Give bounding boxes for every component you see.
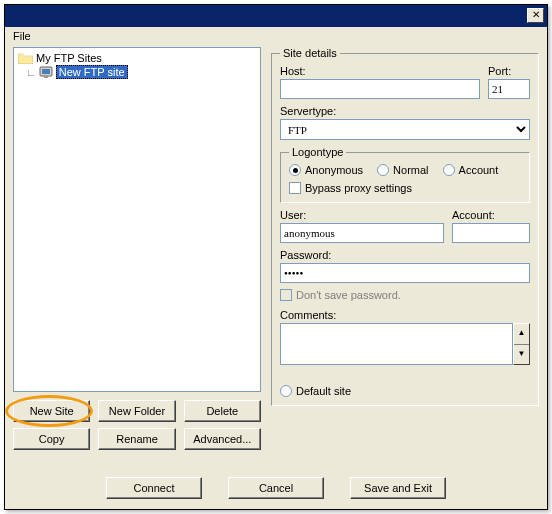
radio-anonymous[interactable]: Anonymous: [289, 164, 363, 176]
radio-dot-icon: [289, 164, 301, 176]
delete-button[interactable]: Delete: [184, 400, 261, 422]
site-icon: [39, 66, 53, 79]
titlebar: ✕: [5, 5, 547, 27]
bypass-proxy-checkbox[interactable]: Bypass proxy settings: [289, 182, 521, 194]
port-input[interactable]: [488, 79, 530, 99]
radio-normal-label: Normal: [393, 164, 428, 176]
radio-dot-icon: [443, 164, 455, 176]
checkbox-icon: [289, 182, 301, 194]
radio-anonymous-label: Anonymous: [305, 164, 363, 176]
advanced-button[interactable]: Advanced...: [184, 428, 261, 450]
comments-scrollbar[interactable]: ▲ ▼: [513, 323, 530, 365]
menu-file[interactable]: File: [13, 30, 31, 42]
password-input[interactable]: [280, 263, 530, 283]
logontype-legend: Logontype: [289, 146, 346, 158]
account-input[interactable]: [452, 223, 530, 243]
host-label: Host:: [280, 65, 480, 77]
logontype-group: Logontype Anonymous Normal: [280, 146, 530, 203]
site-details-legend: Site details: [280, 47, 340, 59]
tree-item[interactable]: ∟ New FTP site: [26, 65, 256, 79]
new-folder-button[interactable]: New Folder: [98, 400, 175, 422]
password-label: Password:: [280, 249, 530, 261]
sites-tree[interactable]: My FTP Sites ∟ New FTP site: [13, 47, 261, 392]
host-input[interactable]: [280, 79, 480, 99]
rename-button[interactable]: Rename: [98, 428, 175, 450]
tree-root-label: My FTP Sites: [36, 52, 102, 64]
servertype-select[interactable]: FTP: [280, 119, 530, 140]
folder-icon: [18, 52, 33, 64]
menubar: File: [5, 27, 547, 48]
scroll-down-icon[interactable]: ▼: [514, 345, 529, 365]
radio-dot-icon: [280, 385, 292, 397]
save-and-exit-button[interactable]: Save and Exit: [350, 477, 446, 499]
copy-button[interactable]: Copy: [13, 428, 90, 450]
user-input[interactable]: [280, 223, 444, 243]
connect-button[interactable]: Connect: [106, 477, 202, 499]
default-site-label: Default site: [296, 385, 351, 397]
comments-textarea[interactable]: [280, 323, 513, 365]
scroll-up-icon[interactable]: ▲: [514, 324, 529, 345]
dont-save-label: Don't save password.: [296, 289, 401, 301]
radio-dot-icon: [377, 164, 389, 176]
servertype-label: Servertype:: [280, 105, 530, 117]
svg-rect-2: [44, 76, 48, 78]
checkbox-icon: [280, 289, 292, 301]
bypass-proxy-label: Bypass proxy settings: [305, 182, 412, 194]
user-label: User:: [280, 209, 444, 221]
tree-item-label: New FTP site: [56, 65, 128, 79]
tree-root[interactable]: My FTP Sites: [18, 52, 256, 64]
default-site-radio[interactable]: Default site: [280, 385, 530, 397]
site-manager-dialog: ✕ File My FTP Sites ∟: [4, 4, 548, 510]
radio-account[interactable]: Account: [443, 164, 499, 176]
account-label: Account:: [452, 209, 530, 221]
dont-save-password-checkbox: Don't save password.: [280, 289, 530, 301]
site-details-group: Site details Host: Port: Servertype:: [271, 47, 539, 406]
radio-normal[interactable]: Normal: [377, 164, 428, 176]
close-button[interactable]: ✕: [527, 8, 544, 23]
radio-account-label: Account: [459, 164, 499, 176]
new-site-button[interactable]: New Site: [13, 400, 90, 422]
tree-connector: ∟: [26, 67, 35, 78]
cancel-button[interactable]: Cancel: [228, 477, 324, 499]
port-label: Port:: [488, 65, 530, 77]
comments-label: Comments:: [280, 309, 530, 321]
svg-rect-1: [42, 69, 50, 74]
